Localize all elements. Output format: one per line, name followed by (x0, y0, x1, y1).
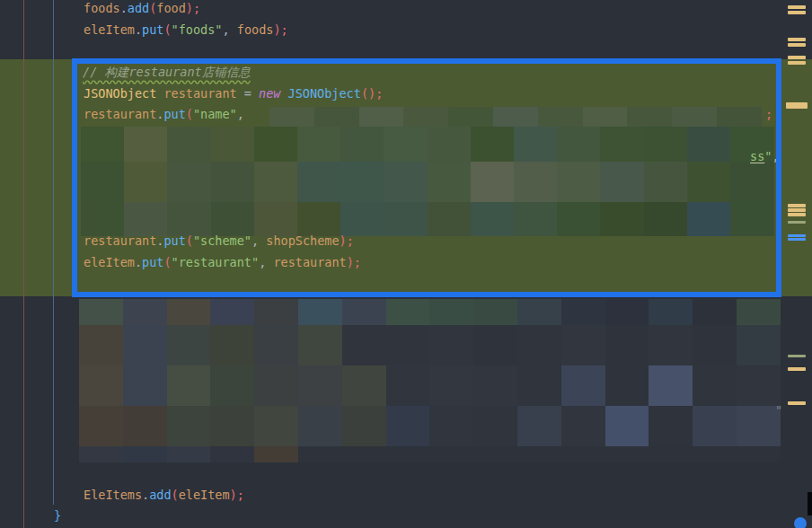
stripe-marker-gold[interactable] (788, 213, 806, 216)
redacted-block (79, 446, 123, 462)
stripe-marker-olive[interactable] (788, 355, 806, 357)
redacted-block (429, 325, 473, 365)
code-token: . (120, 1, 128, 15)
stripe-marker-gold[interactable] (788, 401, 806, 405)
annotation-handle-dot (794, 517, 807, 528)
redacted-block (210, 365, 254, 406)
redacted-block (605, 446, 649, 462)
redacted-block (737, 299, 781, 325)
redacted-block (254, 365, 298, 406)
stripe-marker-gold[interactable] (788, 43, 806, 47)
redacted-block (386, 365, 430, 406)
code-token: ) (186, 1, 193, 15)
stripe-marker-gold[interactable] (788, 56, 806, 59)
redacted-block (605, 365, 649, 406)
redacted-block (561, 406, 605, 446)
redacted-block (167, 365, 211, 406)
stripe-marker-gold[interactable] (788, 61, 806, 65)
redacted-block (254, 299, 298, 325)
redacted-block (167, 325, 211, 365)
code-token: "foods" (172, 22, 223, 37)
redacted-block (210, 299, 254, 325)
stripe-marker-gold[interactable] (788, 38, 806, 41)
redacted-block (517, 325, 561, 365)
code-token: " (775, 403, 782, 418)
redacted-block (737, 446, 781, 462)
redacted-block (298, 446, 342, 462)
code-token: , (222, 22, 236, 37)
redacted-block (429, 406, 473, 446)
stripe-marker-gold[interactable] (788, 11, 806, 14)
stripe-marker-olive[interactable] (788, 221, 806, 224)
redacted-block (649, 406, 693, 446)
redacted-block (167, 299, 211, 325)
stripe-marker-gold[interactable] (786, 102, 808, 109)
redacted-block (298, 365, 342, 406)
redacted-block (561, 365, 605, 406)
redacted-block (298, 406, 342, 446)
redacted-block (517, 406, 561, 446)
redacted-block (386, 325, 430, 365)
redacted-block (123, 299, 167, 325)
stripe-marker-blue[interactable] (788, 234, 806, 237)
code-token: . (135, 22, 142, 37)
redacted-block (429, 365, 473, 406)
redacted-block (737, 365, 781, 406)
redacted-block (123, 406, 167, 446)
redacted-block (517, 365, 561, 406)
code-token: ( (172, 488, 179, 502)
redacted-block (517, 299, 561, 325)
redacted-block (298, 299, 342, 325)
redacted-block (561, 325, 605, 365)
redacted-block (693, 446, 737, 462)
code-token: . (142, 488, 149, 502)
redacted-block (123, 325, 167, 365)
stripe-marker-gold[interactable] (788, 367, 806, 371)
redacted-block (649, 299, 693, 325)
redacted-block (298, 325, 342, 365)
stripe-marker-gold[interactable] (788, 5, 806, 9)
redacted-block (737, 406, 781, 446)
redacted-block (254, 446, 298, 462)
redacted-block (342, 446, 386, 462)
redacted-block (605, 299, 649, 325)
stripe-marker-gold[interactable] (788, 208, 806, 212)
redacted-block (167, 446, 211, 462)
redacted-block (737, 325, 781, 365)
redacted-block (649, 446, 693, 462)
stripe-marker-gold[interactable] (788, 204, 806, 207)
redacted-block (693, 406, 737, 446)
code-token: } (54, 508, 61, 523)
line-closing-brace[interactable]: } (54, 508, 61, 524)
fragment-quote-remnant[interactable]: " (775, 403, 782, 418)
annotation-selection-box (72, 58, 781, 297)
code-token: eleItem (179, 488, 230, 502)
redacted-block (473, 325, 517, 365)
stripe-marker-blue[interactable] (788, 238, 806, 241)
editor-surface[interactable]: foods.add(food);eleItem.put("foods", foo… (0, 0, 812, 528)
code-token: EleItems (84, 488, 142, 502)
redacted-block (473, 446, 517, 462)
redacted-block (342, 406, 386, 446)
indent-guide-inner (53, 0, 54, 505)
redacted-block (386, 299, 430, 325)
redacted-block (210, 325, 254, 365)
redacted-block (429, 299, 473, 325)
redacted-block (517, 446, 561, 462)
code-token: ( (163, 22, 171, 37)
redacted-block (342, 299, 386, 325)
redacted-block (649, 325, 693, 365)
redacted-block (79, 299, 123, 325)
redacted-block (429, 446, 473, 462)
redacted-block (561, 446, 605, 462)
code-token: eleItem (84, 22, 135, 37)
redacted-block (693, 299, 737, 325)
redacted-block (605, 406, 649, 446)
line-eleitems-add[interactable]: EleItems.add(eleItem); (84, 488, 244, 503)
redacted-block (79, 365, 123, 406)
redacted-block (123, 446, 167, 462)
line-eleitem-put-foods[interactable]: eleItem.put("foods", foods); (84, 22, 288, 38)
code-token: put (142, 22, 163, 37)
redacted-block (342, 365, 386, 406)
line-foods-add[interactable]: foods.add(food); (84, 1, 200, 16)
